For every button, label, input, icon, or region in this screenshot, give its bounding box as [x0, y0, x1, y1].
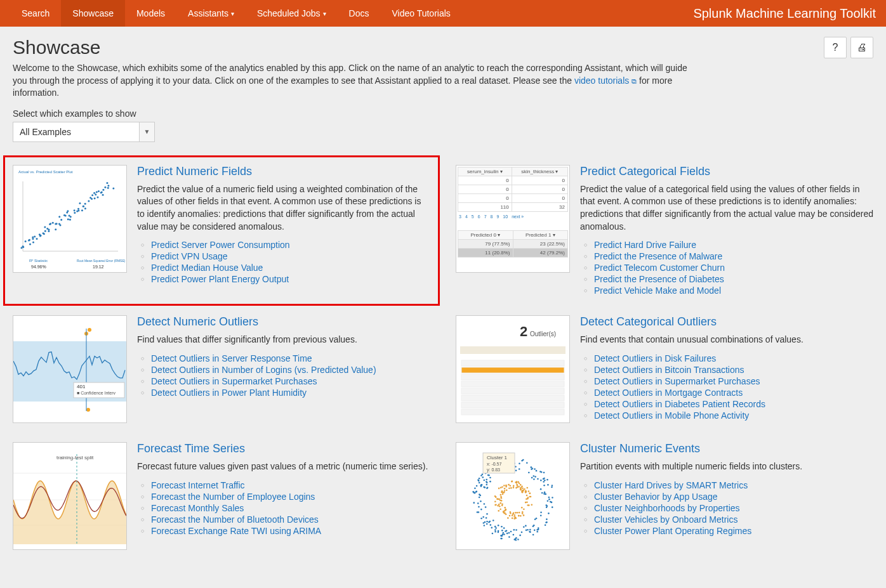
example-link[interactable]: Cluster Behavior by App Usage — [594, 492, 718, 502]
svg-point-387 — [521, 491, 523, 493]
svg-point-354 — [502, 493, 504, 495]
card-title-forecast-time-series[interactable]: Forecast Time Series — [137, 442, 430, 455]
example-link[interactable]: Predict Power Plant Energy Output — [151, 274, 289, 284]
svg-point-266 — [547, 484, 549, 486]
example-link[interactable]: Forecast Monthly Sales — [151, 503, 244, 513]
example-link[interactable]: Forecast Internet Traffic — [151, 480, 245, 490]
svg-point-8 — [29, 243, 31, 245]
example-link[interactable]: Detect Outliers in Bitcoin Transactions — [594, 365, 744, 375]
svg-point-360 — [503, 485, 505, 487]
examples-filter-dropdown[interactable]: All Examples ▼ — [13, 122, 155, 142]
example-link[interactable]: Predict the Presence of Diabetes — [594, 274, 724, 284]
svg-point-347 — [517, 487, 519, 488]
svg-point-128 — [519, 468, 520, 470]
card-desc: Forecast future values given past values… — [137, 461, 430, 473]
example-link[interactable]: Predict VPN Usage — [151, 251, 228, 261]
card-title-cluster-numeric-events[interactable]: Cluster Numeric Events — [580, 442, 873, 455]
svg-point-195 — [515, 529, 517, 531]
svg-point-314 — [531, 504, 533, 506]
svg-point-150 — [526, 462, 528, 464]
svg-point-5 — [22, 246, 24, 248]
svg-point-104 — [552, 485, 553, 487]
svg-point-144 — [534, 476, 536, 478]
example-link[interactable]: Predict Server Power Consumption — [151, 240, 290, 250]
svg-point-364 — [515, 481, 517, 483]
example-link[interactable]: Cluster Hard Drives by SMART Metrics — [594, 480, 748, 490]
example-link[interactable]: Cluster Power Plant Operating Regimes — [594, 526, 751, 536]
example-link[interactable]: Predict the Presence of Malware — [594, 251, 722, 261]
svg-point-386 — [518, 515, 520, 517]
example-link[interactable]: Cluster Neighborhoods by Properties — [594, 503, 740, 513]
example-link[interactable]: Predict Telecom Customer Churn — [594, 263, 725, 273]
example-link[interactable]: Predict Median House Value — [151, 263, 263, 273]
svg-point-249 — [521, 532, 523, 533]
example-link[interactable]: Detect Outliers in Supermarket Purchases — [594, 376, 760, 386]
svg-point-142 — [546, 479, 548, 481]
svg-point-333 — [498, 510, 499, 512]
example-link[interactable]: Detect Outliers in Number of Logins (vs.… — [151, 365, 376, 375]
svg-point-159 — [502, 533, 504, 535]
card-predict-numeric-fields: Actual vs. Predicted Scatter Plot R² Sta… — [3, 155, 440, 306]
svg-rect-94 — [461, 402, 564, 408]
svg-point-391 — [501, 504, 503, 506]
example-link[interactable]: Detect Outliers in Disk Failures — [594, 353, 716, 363]
svg-point-151 — [506, 533, 508, 535]
nav-item-search[interactable]: Search — [10, 0, 61, 27]
svg-point-222 — [527, 529, 529, 531]
svg-point-362 — [503, 511, 505, 513]
card-links: Cluster Hard Drives by SMART MetricsClus… — [580, 480, 873, 537]
print-button[interactable]: 🖨 — [850, 37, 873, 58]
svg-point-280 — [513, 539, 515, 540]
svg-point-49 — [81, 209, 83, 211]
svg-rect-95 — [461, 409, 564, 415]
svg-point-319 — [512, 518, 513, 519]
card-title-predict-categorical-fields[interactable]: Predict Categorical Fields — [580, 165, 873, 178]
video-tutorials-link[interactable]: video tutorials ⧉ — [574, 75, 637, 86]
card-title-predict-numeric-fields[interactable]: Predict Numeric Fields — [137, 165, 430, 178]
svg-point-193 — [551, 487, 553, 488]
svg-point-276 — [523, 526, 525, 528]
nav-item-scheduled-jobs[interactable]: Scheduled Jobs▾ — [246, 0, 338, 27]
example-link[interactable]: Forecast the Number of Bluetooth Devices — [151, 514, 319, 525]
list-item: Predict Power Plant Energy Output — [151, 273, 430, 285]
svg-point-107 — [473, 502, 475, 504]
nav-item-models[interactable]: Models — [125, 0, 176, 27]
svg-point-237 — [503, 527, 505, 529]
list-item: Cluster Vehicles by Onboard Metrics — [594, 514, 873, 525]
card-title-detect-categorical-outliers[interactable]: Detect Categorical Outliers — [580, 315, 873, 329]
example-link[interactable]: Cluster Vehicles by Onboard Metrics — [594, 514, 737, 525]
svg-point-361 — [513, 518, 515, 519]
card-detect-numeric-outliers: 401 ■ Confidence Interv Detect Numeric O… — [13, 315, 430, 423]
svg-rect-89 — [461, 367, 564, 373]
nav-item-video-tutorials[interactable]: Video Tutorials — [380, 0, 461, 27]
example-link[interactable]: Predict Hard Drive Failure — [594, 240, 696, 250]
svg-point-181 — [531, 466, 532, 468]
nav-item-showcase[interactable]: Showcase — [61, 0, 125, 27]
example-link[interactable]: Detect Outliers in Mobile Phone Activity — [594, 410, 749, 421]
example-link[interactable]: Detect Outliers in Mortgage Contracts — [594, 388, 743, 398]
nav-item-assistants[interactable]: Assistants▾ — [176, 0, 246, 27]
example-link[interactable]: Detect Outliers in Diabetes Patient Reco… — [594, 399, 765, 409]
nav-item-docs[interactable]: Docs — [338, 0, 381, 27]
example-link[interactable]: Detect Outliers in Supermarket Purchases — [151, 376, 317, 386]
card-title-detect-numeric-outliers[interactable]: Detect Numeric Outliers — [137, 315, 430, 329]
svg-point-18 — [43, 233, 45, 235]
svg-point-338 — [517, 512, 519, 514]
example-link[interactable]: Forecast Exchange Rate TWI using ARIMA — [151, 526, 321, 536]
example-link[interactable]: Detect Outliers in Power Plant Humidity — [151, 388, 307, 398]
example-link[interactable]: Forecast the Number of Employee Logins — [151, 492, 315, 502]
svg-text:Outlier(s): Outlier(s) — [530, 330, 556, 337]
help-button[interactable]: ? — [824, 37, 847, 58]
svg-point-184 — [501, 538, 503, 540]
svg-point-219 — [529, 531, 531, 533]
svg-point-398 — [507, 518, 509, 519]
svg-point-118 — [540, 480, 542, 481]
svg-point-65 — [98, 190, 100, 192]
svg-point-206 — [508, 532, 510, 534]
svg-point-254 — [540, 488, 542, 490]
example-link[interactable]: Predict Vehicle Make and Model — [594, 285, 721, 296]
example-link[interactable]: Detect Outliers in Server Response Time — [151, 353, 312, 363]
list-item: Predict Hard Drive Failure — [594, 239, 873, 251]
svg-point-52 — [83, 206, 84, 207]
svg-point-208 — [545, 504, 547, 506]
